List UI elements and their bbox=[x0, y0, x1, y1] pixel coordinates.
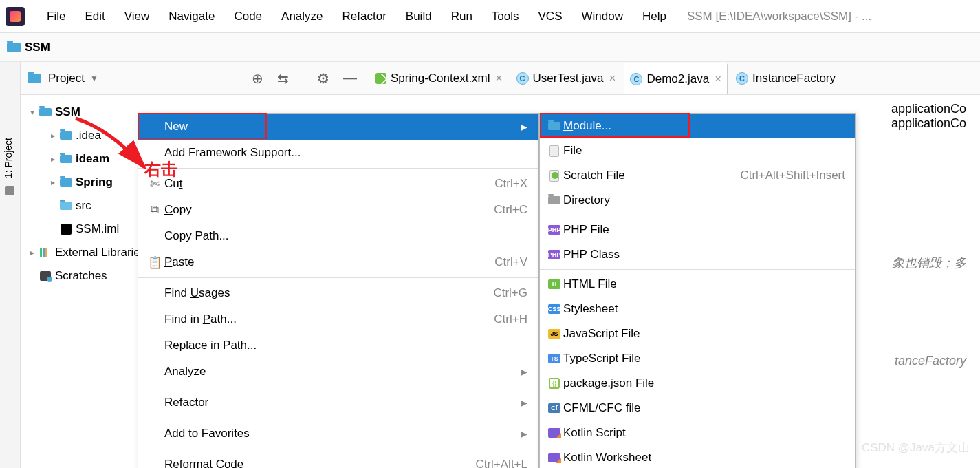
class-icon: C bbox=[736, 72, 748, 85]
menu-item[interactable]: Code bbox=[224, 10, 272, 23]
ctx-item-find-usages[interactable]: Find UsagesCtrl+G bbox=[138, 280, 538, 306]
tab-demo2[interactable]: C Demo2.java × bbox=[624, 63, 728, 94]
scratch-file-icon bbox=[549, 170, 559, 182]
breadcrumb-bar: SSM bbox=[0, 33, 980, 62]
php-icon: PHP bbox=[548, 250, 560, 259]
tab-instance-factory[interactable]: C InstanceFactory bbox=[730, 63, 841, 94]
sub-item-js[interactable]: JSJavaScript File bbox=[540, 321, 855, 346]
html-icon: H bbox=[548, 279, 560, 289]
context-menu: New▸ Add Framework Support... ✄CutCtrl+X… bbox=[138, 113, 539, 468]
folder-icon bbox=[28, 74, 41, 83]
module-folder-icon bbox=[60, 178, 72, 187]
json-icon: {} bbox=[549, 378, 560, 389]
module-folder-icon bbox=[60, 155, 72, 163]
menu-item[interactable]: View bbox=[115, 10, 160, 23]
expand-icon[interactable]: ⇆ bbox=[277, 70, 289, 87]
php-icon: PHP bbox=[548, 225, 560, 235]
minimize-icon[interactable]: — bbox=[343, 70, 357, 86]
sub-item-kotlin-script[interactable]: Kotlin Script bbox=[540, 421, 855, 445]
sub-item-package-json[interactable]: {}package.json File bbox=[540, 371, 855, 396]
scratches-icon bbox=[40, 271, 51, 281]
menu-item[interactable]: Run bbox=[442, 10, 482, 23]
ctx-item-cut[interactable]: ✄CutCtrl+X bbox=[138, 171, 538, 197]
js-icon: JS bbox=[548, 329, 560, 339]
sub-item-file[interactable]: File bbox=[540, 138, 855, 163]
sub-item-stylesheet[interactable]: CSSStylesheet bbox=[540, 297, 855, 321]
ts-icon: TS bbox=[548, 354, 560, 363]
separator bbox=[540, 269, 855, 270]
divider bbox=[303, 70, 303, 87]
xml-file-icon bbox=[375, 73, 386, 84]
sub-item-kotlin-worksheet[interactable]: Kotlin Worksheet bbox=[540, 445, 855, 468]
ctx-item-add-framework[interactable]: Add Framework Support... bbox=[138, 140, 538, 166]
sub-item-php-class[interactable]: PHPPHP Class bbox=[540, 242, 855, 267]
folder-icon bbox=[60, 202, 72, 210]
css-icon: CSS bbox=[548, 304, 560, 314]
separator bbox=[138, 277, 538, 278]
tab-usertest[interactable]: C UserTest.java × bbox=[511, 63, 622, 94]
sub-item-scratch[interactable]: Scratch FileCtrl+Alt+Shift+Insert bbox=[540, 163, 855, 188]
ctx-item-replace-in-path[interactable]: Replace in Path... bbox=[138, 332, 538, 359]
chevron-right-icon[interactable]: ▸ bbox=[47, 178, 59, 187]
ctx-item-copy[interactable]: ⧉CopyCtrl+C bbox=[138, 197, 538, 223]
sub-item-cfml[interactable]: CfCFML/CFC file bbox=[540, 396, 855, 421]
ctx-item-new[interactable]: New▸ bbox=[138, 114, 538, 140]
chevron-right-icon[interactable]: ▸ bbox=[26, 248, 39, 257]
paste-icon: 📋 bbox=[145, 255, 164, 270]
folder-icon bbox=[60, 131, 72, 140]
close-icon[interactable]: × bbox=[496, 72, 503, 85]
chevron-right-icon[interactable]: ▸ bbox=[47, 154, 59, 164]
separator bbox=[138, 418, 538, 418]
separator bbox=[138, 387, 538, 387]
sub-item-ts[interactable]: TSTypeScript File bbox=[540, 346, 855, 371]
menu-items: FileEditViewNavigateCodeAnalyzeRefactorB… bbox=[37, 10, 676, 23]
menu-item[interactable]: Edit bbox=[75, 10, 114, 23]
cfml-icon: Cf bbox=[548, 403, 560, 413]
chevron-down-icon[interactable]: ▼ bbox=[90, 74, 98, 83]
file-icon bbox=[549, 145, 559, 157]
chevron-right-icon[interactable]: ▸ bbox=[47, 131, 59, 140]
sub-item-php-file[interactable]: PHPPHP File bbox=[540, 217, 855, 242]
ctx-item-reformat[interactable]: Reformat CodeCtrl+Alt+L bbox=[138, 451, 538, 468]
ctx-item-favorites[interactable]: Add to Favorites▸ bbox=[138, 421, 538, 447]
ctx-item-copy-path[interactable]: Copy Path... bbox=[138, 223, 538, 249]
kotlin-icon bbox=[548, 428, 560, 438]
menu-item[interactable]: VCS bbox=[529, 10, 572, 23]
left-rail: 1: Project bbox=[0, 62, 21, 468]
separator bbox=[138, 168, 538, 169]
target-icon[interactable]: ⊕ bbox=[252, 70, 263, 87]
tab-spring-context[interactable]: Spring-Context.xml × bbox=[370, 63, 508, 94]
breadcrumb-project[interactable]: SSM bbox=[25, 41, 50, 54]
rail-label-project[interactable]: 1: Project bbox=[3, 138, 14, 178]
ctx-item-paste[interactable]: 📋PasteCtrl+V bbox=[138, 249, 538, 275]
project-panel-header: Project ▼ ⊕ ⇆ ⚙ — bbox=[21, 62, 364, 95]
class-icon: C bbox=[516, 72, 529, 85]
ctx-item-find-in-path[interactable]: Find in Path...Ctrl+H bbox=[138, 306, 538, 332]
close-icon[interactable]: × bbox=[609, 72, 616, 85]
menu-item[interactable]: Help bbox=[633, 10, 676, 23]
close-icon[interactable]: × bbox=[715, 72, 721, 86]
menu-item[interactable]: Analyze bbox=[272, 10, 333, 23]
project-view-label[interactable]: Project bbox=[48, 72, 85, 85]
menu-item[interactable]: Refactor bbox=[333, 10, 396, 23]
library-icon bbox=[40, 247, 51, 258]
menu-item[interactable]: Tools bbox=[482, 10, 529, 23]
gear-icon[interactable]: ⚙ bbox=[317, 70, 329, 87]
rail-icon[interactable] bbox=[5, 186, 14, 195]
ctx-item-refactor[interactable]: Refactor▸ bbox=[138, 390, 538, 416]
copy-icon: ⧉ bbox=[145, 203, 164, 217]
menu-item[interactable]: Build bbox=[396, 10, 442, 23]
tree-root-name: SSM bbox=[55, 105, 80, 119]
sub-item-module[interactable]: Module... bbox=[540, 114, 855, 138]
menu-item[interactable]: Window bbox=[572, 10, 633, 23]
chevron-down-icon[interactable]: ▾ bbox=[26, 107, 39, 117]
menu-item[interactable]: File bbox=[37, 10, 75, 23]
separator bbox=[138, 449, 538, 449]
menu-item[interactable]: Navigate bbox=[159, 10, 224, 23]
menubar: FileEditViewNavigateCodeAnalyzeRefactorB… bbox=[0, 0, 980, 33]
directory-icon bbox=[548, 196, 560, 204]
sub-item-directory[interactable]: Directory bbox=[540, 188, 855, 213]
sub-item-html[interactable]: HHTML File bbox=[540, 272, 855, 297]
ctx-item-analyze[interactable]: Analyze▸ bbox=[138, 359, 538, 385]
kotlin-icon bbox=[548, 453, 560, 462]
